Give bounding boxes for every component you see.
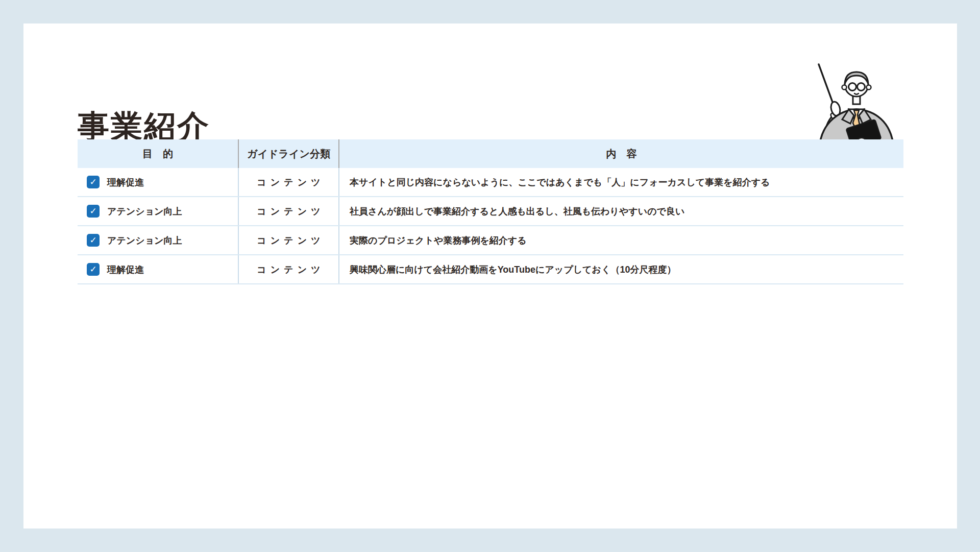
check-icon: ✓ — [89, 207, 96, 215]
category-cell: コンテンツ — [238, 226, 338, 254]
checked-checkbox-icon[interactable]: ✓ — [87, 234, 100, 247]
checked-checkbox-icon[interactable]: ✓ — [87, 205, 100, 218]
purpose-label: アテンション向上 — [107, 205, 182, 218]
content-cell: 社員さんが顔出しで事業紹介すると人感も出るし、社風も伝わりやすいので良い — [338, 197, 903, 225]
glasses-icon — [857, 83, 865, 91]
header-purpose: 目 的 — [78, 139, 238, 168]
pointer-stick-icon — [819, 64, 834, 106]
checked-checkbox-icon[interactable]: ✓ — [87, 263, 100, 276]
slide-card: 事業紹介 — [23, 23, 957, 529]
glasses-icon — [849, 83, 856, 91]
check-icon: ✓ — [89, 265, 96, 274]
table-row: ✓ アテンション向上 コンテンツ 実際のプロジェクトや業務事例を紹介する — [78, 226, 903, 255]
ear-left — [842, 85, 847, 90]
presenter-illustration-svg — [813, 61, 899, 139]
presenter-illustration — [813, 61, 899, 139]
check-icon: ✓ — [89, 178, 96, 186]
table-row: ✓ アテンション向上 コンテンツ 社員さんが顔出しで事業紹介すると人感も出るし、… — [78, 197, 903, 226]
header-guideline-category: ガイドライン分類 — [238, 139, 338, 168]
category-cell: コンテンツ — [238, 197, 338, 225]
content-cell: 本サイトと同じ内容にならないように、ここではあくまでも「人」にフォーカスして事業… — [338, 168, 903, 196]
purpose-label: 理解促進 — [107, 176, 144, 188]
table-row: ✓ 理解促進 コンテンツ 興味関心層に向けて会社紹介動画をYouTubeにアップ… — [78, 255, 903, 284]
table-row: ✓ 理解促進 コンテンツ 本サイトと同じ内容にならないように、ここではあくまでも… — [78, 168, 903, 197]
purpose-label: アテンション向上 — [107, 234, 182, 247]
content-cell: 興味関心層に向けて会社紹介動画をYouTubeにアップしておく（10分尺程度） — [338, 255, 903, 283]
purpose-label: 理解促進 — [107, 263, 144, 276]
content-cell: 実際のプロジェクトや業務事例を紹介する — [338, 226, 903, 254]
category-cell: コンテンツ — [238, 255, 338, 283]
table-header-row: 目 的 ガイドライン分類 内 容 — [78, 139, 903, 168]
check-icon: ✓ — [89, 236, 96, 245]
content-table: 目 的 ガイドライン分類 内 容 ✓ 理解促進 コンテンツ 本サイトと同じ内容に… — [78, 139, 903, 284]
header-content: 内 容 — [338, 139, 903, 168]
checked-checkbox-icon[interactable]: ✓ — [87, 176, 100, 188]
ear-right — [867, 85, 871, 90]
category-cell: コンテンツ — [238, 168, 338, 196]
